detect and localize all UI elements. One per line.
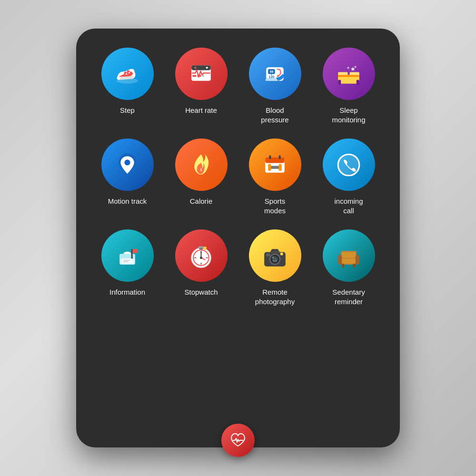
heart-rate-icon bbox=[175, 48, 228, 100]
svg-rect-32 bbox=[270, 166, 279, 169]
stopwatch-icon bbox=[175, 229, 228, 282]
svg-point-56 bbox=[200, 257, 202, 259]
sedentary-reminder-icon bbox=[323, 229, 375, 282]
svg-rect-72 bbox=[342, 258, 355, 263]
svg-rect-29 bbox=[265, 157, 285, 163]
svg-point-11 bbox=[206, 67, 208, 69]
app-motion-track[interactable]: Motion track bbox=[95, 139, 159, 215]
svg-rect-31 bbox=[279, 155, 281, 159]
calorie-label: Calorie bbox=[190, 197, 213, 206]
sleep-monitoring-label: Sleepmonitoring bbox=[332, 106, 365, 124]
svg-point-61 bbox=[272, 256, 274, 258]
svg-text:98: 98 bbox=[269, 70, 273, 74]
svg-rect-21 bbox=[338, 79, 341, 84]
information-label: Information bbox=[109, 288, 145, 297]
sports-modes-label: Sportsmodes bbox=[264, 197, 286, 215]
svg-rect-22 bbox=[357, 79, 359, 84]
device-screen: Step Heart rate bbox=[76, 29, 400, 447]
stopwatch-label: Stopwatch bbox=[184, 288, 218, 297]
svg-rect-34 bbox=[279, 164, 282, 170]
svg-rect-71 bbox=[353, 263, 356, 267]
app-sleep-monitoring[interactable]: ★ ★ ★ Sleepmonitoring bbox=[317, 48, 381, 124]
step-icon bbox=[101, 48, 154, 100]
svg-point-65 bbox=[276, 258, 277, 259]
motion-track-label: Motion track bbox=[108, 197, 147, 206]
app-sedentary-reminder[interactable]: Sedentaryreminder bbox=[317, 229, 381, 306]
svg-point-64 bbox=[273, 258, 274, 259]
step-label: Step bbox=[120, 106, 135, 115]
motion-track-icon bbox=[101, 139, 154, 191]
svg-point-62 bbox=[280, 252, 283, 255]
app-calorie[interactable]: Calorie bbox=[169, 139, 233, 215]
svg-point-3 bbox=[126, 73, 127, 74]
app-remote-photography[interactable]: Remotephotography bbox=[243, 229, 307, 306]
svg-rect-20 bbox=[338, 75, 359, 77]
app-information[interactable]: Information bbox=[95, 229, 159, 306]
svg-rect-9 bbox=[202, 75, 204, 77]
svg-point-10 bbox=[194, 67, 196, 69]
information-icon bbox=[101, 229, 154, 282]
svg-rect-68 bbox=[338, 255, 342, 264]
incoming-call-label: incomingcall bbox=[334, 197, 363, 215]
svg-rect-30 bbox=[269, 155, 271, 159]
svg-rect-69 bbox=[356, 255, 359, 264]
remote-photography-label: Remotephotography bbox=[255, 288, 295, 306]
calorie-icon bbox=[175, 139, 228, 191]
incoming-call-icon bbox=[323, 139, 375, 191]
app-sports-modes[interactable]: Sportsmodes bbox=[243, 139, 307, 215]
svg-rect-73 bbox=[342, 252, 355, 258]
app-heart-rate[interactable]: Heart rate bbox=[169, 48, 233, 124]
svg-rect-46 bbox=[198, 246, 204, 248]
svg-rect-8 bbox=[197, 75, 201, 77]
heart-pulse-icon bbox=[229, 432, 247, 449]
sedentary-reminder-label: Sedentaryreminder bbox=[332, 288, 365, 306]
app-grid: Step Heart rate bbox=[90, 48, 386, 306]
sleep-monitoring-icon: ★ ★ ★ bbox=[323, 48, 375, 100]
svg-rect-63 bbox=[266, 253, 270, 256]
svg-rect-37 bbox=[119, 254, 135, 258]
remote-photography-icon bbox=[249, 229, 301, 282]
heart-rate-bottom-button[interactable] bbox=[221, 424, 255, 457]
blood-pressure-label: Bloodpressure bbox=[261, 106, 288, 124]
svg-point-35 bbox=[338, 154, 359, 176]
svg-text:★: ★ bbox=[354, 65, 357, 69]
app-incoming-call[interactable]: incomingcall bbox=[317, 139, 381, 215]
svg-rect-70 bbox=[342, 263, 344, 267]
svg-text:★: ★ bbox=[347, 66, 350, 70]
svg-rect-40 bbox=[122, 258, 132, 262]
blood-pressure-icon: 98 120 bbox=[249, 48, 301, 100]
svg-rect-38 bbox=[131, 249, 133, 258]
svg-rect-33 bbox=[268, 164, 271, 170]
app-step[interactable]: Step bbox=[95, 48, 159, 124]
sports-modes-icon bbox=[249, 139, 301, 191]
svg-rect-39 bbox=[133, 249, 138, 253]
app-stopwatch[interactable]: Stopwatch bbox=[169, 229, 233, 306]
app-blood-pressure[interactable]: 98 120 Bloodpressure bbox=[243, 48, 307, 124]
svg-point-27 bbox=[124, 159, 130, 165]
svg-point-4 bbox=[129, 71, 130, 73]
svg-rect-7 bbox=[192, 75, 196, 77]
svg-point-47 bbox=[204, 247, 207, 249]
heart-rate-label: Heart rate bbox=[185, 106, 217, 115]
